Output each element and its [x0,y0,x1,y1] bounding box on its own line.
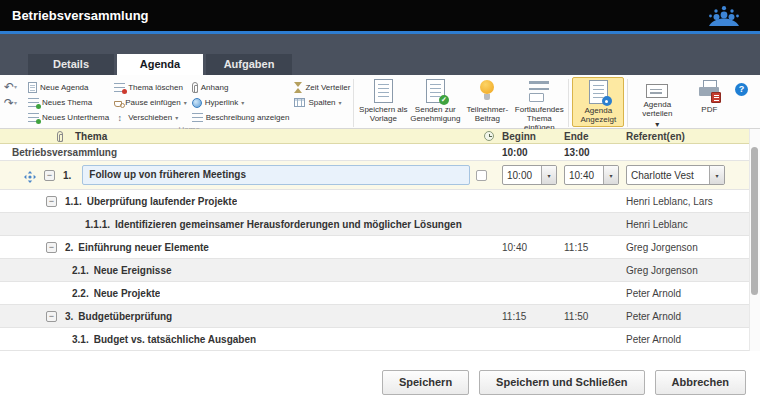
columns-button[interactable]: Spalten▾ [294,95,350,110]
topic-number: 2.2. [72,288,89,299]
topic-referent: Peter Arnold [626,288,748,299]
collapse-toggle[interactable]: − [46,196,57,207]
tab-aufgaben[interactable]: Aufgaben [206,54,292,75]
tab-details[interactable]: Details [28,54,114,75]
table-row[interactable]: 2.2. Neue Projekte Peter Arnold [0,282,760,305]
attachment-button[interactable]: Anhang [192,80,290,95]
referent-dropdown[interactable]: Charlotte Vest ▾ [626,165,725,185]
insert-recurring-topic-button[interactable]: Fortlaufendes Thema einfügen [513,77,565,135]
clock-column-icon [484,131,494,141]
topic-number: 3.1. [72,334,89,345]
topic-title: Einführung neuer Elemente [78,242,209,253]
meeting-title: Betriebsversammlung [12,147,117,158]
undo-caret-icon[interactable]: ▾ [14,84,17,90]
topic-number: 2. [65,242,73,253]
ende-dropdown[interactable]: 10:40 ▾ [564,165,619,185]
meeting-start-time: 10:00 [502,147,564,158]
table-row[interactable]: 2.1. Neue Ereignisse Greg Jorgenson [0,259,760,282]
redo-caret-icon[interactable]: ▾ [14,100,17,106]
topic-referent: Henri Leblanc, Lars [626,196,748,207]
collapse-toggle[interactable]: − [44,170,55,181]
coffee-cup-icon [114,101,122,107]
new-agenda-button[interactable]: Neue Agenda [28,80,109,95]
save-as-template-button[interactable]: Speichern als Vorlage [357,77,409,125]
hyperlink-button[interactable]: Hyperlink▾ [192,95,290,110]
ribbon-group-agenda-beitraege: Speichern als Vorlage ✓Senden zur Genehm… [357,77,565,128]
topic-title-input[interactable]: Follow up von früheren Meetings [82,165,470,185]
vertical-scrollbar[interactable] [749,129,760,351]
topic-title: Überprüfung laufender Projekte [87,196,238,207]
recurring-topic-icon [529,79,549,103]
table-row-selected[interactable]: − 1. Follow up von früheren Meetings 10:… [0,161,760,190]
insert-pause-button[interactable]: Pause einfügen▾ [114,95,187,110]
topic-number: 3. [65,311,73,322]
participant-contribution-button[interactable]: Teilnehmer-Beitrag [461,77,513,125]
topic-title: Neue Projekte [94,288,161,299]
topic-title: Identifizieren gemeinsamer Herausforderu… [115,219,462,230]
globe-icon [192,98,202,108]
table-row[interactable]: − 2. Einführung neuer Elemente 10:40 11:… [0,236,760,259]
ribbon-group-export: Agenda verteilen▾ PDF Export [631,77,735,128]
redo-button[interactable]: ↷▾ [4,97,28,110]
send-for-approval-button[interactable]: ✓Senden zur Genehmigung [409,77,461,125]
page-icon [28,82,37,93]
tab-agenda[interactable]: Agenda [117,54,203,75]
dropdown-caret-icon[interactable]: ▾ [541,166,556,184]
help-button[interactable]: ? [735,83,748,96]
description-icon [192,113,203,122]
beginn-column-header[interactable]: Beginn [502,131,564,142]
time-distributor-button[interactable]: Zeit Verteiler [294,80,350,95]
beginn-dropdown[interactable]: 10:00 ▾ [502,165,557,185]
thema-column-header[interactable]: Thema [75,131,107,142]
topic-title: Budgetüberprüfung [78,311,172,322]
ende-column-header[interactable]: Ende [564,131,626,142]
save-button[interactable]: Speichern [382,370,469,395]
pdf-export-button[interactable]: PDF [683,77,735,116]
topic-referent: Greg Jorgenson [626,242,748,253]
save-and-close-button[interactable]: Speichern und Schließen [479,370,644,395]
dropdown-caret-icon[interactable]: ▾ [709,166,724,184]
collapse-toggle[interactable]: − [46,311,57,322]
paperclip-icon [192,82,198,93]
show-description-button[interactable]: Beschreibung anzeigen [192,110,290,125]
lightbulb-icon [477,79,497,103]
new-topic-button[interactable]: Neues Thema [28,95,109,110]
meeting-summary-row: Betriebsversammlung 10:00 13:00 [0,144,760,161]
collapse-toggle[interactable]: − [46,242,57,253]
topic-ende: 11:50 [564,311,626,322]
document-check-icon: ✓ [426,79,445,103]
ribbon-separator [353,79,354,127]
table-row[interactable]: 1.1.1. Identifizieren gemeinsamer Heraus… [0,213,760,236]
ribbon-separator [568,79,569,127]
tab-strip: Details Agenda Aufgaben [0,34,760,75]
topic-referent: Peter Arnold [626,311,748,322]
new-subtopic-button[interactable]: Neues Unterthema [28,110,109,125]
topic-beginn: 10:40 [502,242,564,253]
table-header-row: Thema Beginn Ende Referent(en) [0,129,760,144]
table-row[interactable]: 3.1. Budget vs. tatsächliche Ausgaben Pe… [0,328,760,351]
topic-referent: Greg Jorgenson [626,265,748,276]
delete-topic-button[interactable]: Thema löschen [114,80,187,95]
window-title: Betriebsversammlung [12,8,149,23]
referent-column-header[interactable]: Referent(en) [626,131,748,142]
drag-handle-icon[interactable] [24,169,36,181]
table-row[interactable]: − 1.1. Überprüfung laufender Projekte He… [0,190,760,213]
topic-title: Budget vs. tatsächliche Ausgaben [94,334,256,345]
meeting-end-time: 13:00 [564,147,626,158]
topic-number: 1.1.1. [85,219,110,230]
agenda-displayed-toggle[interactable]: Agenda Angezeigt [572,77,624,127]
move-button[interactable]: ↕Verschieben▾ [114,110,187,125]
ribbon-group-home: Neue Agenda Neues Thema Neues Unterthema… [28,77,350,128]
scrollbar-thumb[interactable] [751,147,758,295]
hourglass-icon [294,82,302,93]
ribbon: ↶▾ ↷▾ Neue Agenda Neues Thema Neues Unte… [0,75,760,129]
dropdown-caret-icon[interactable]: ▾ [603,166,618,184]
cancel-button[interactable]: Abbrechen [655,370,746,395]
undo-button[interactable]: ↶▾ [4,81,28,94]
attachment-column-icon [57,131,63,142]
topic-checkbox[interactable] [476,170,487,181]
topic-number: 2.1. [72,265,89,276]
table-row[interactable]: − 3. Budgetüberprüfung 11:15 11:50 Peter… [0,305,760,328]
distribute-agenda-button[interactable]: Agenda verteilen▾ [631,77,683,132]
document-eye-icon [589,80,608,104]
